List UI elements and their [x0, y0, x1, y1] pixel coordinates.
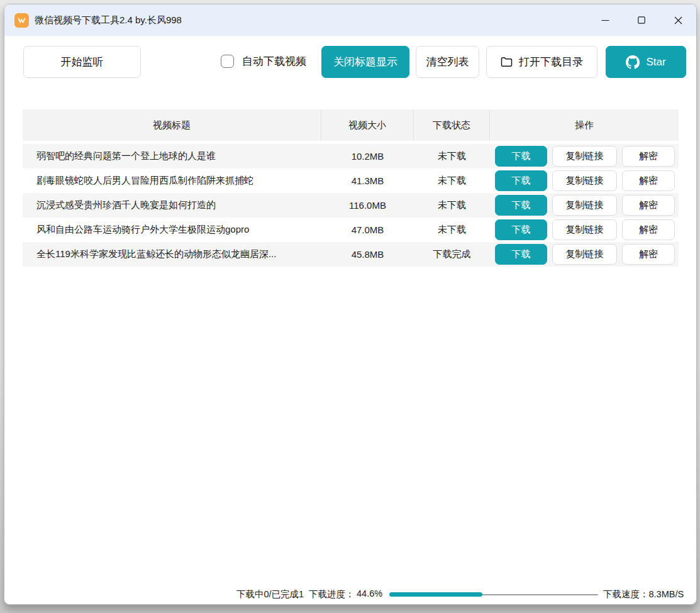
table-header: 视频标题 视频大小 下载状态 操作: [23, 109, 679, 141]
star-label: Star: [646, 56, 665, 69]
header-video-size: 视频大小: [321, 109, 414, 141]
download-status: 下载完成: [414, 248, 490, 260]
video-size: 47.0MB: [321, 224, 414, 235]
close-button[interactable]: [660, 4, 696, 36]
download-status: 未下载: [414, 150, 490, 162]
decrypt-button[interactable]: 解密: [622, 219, 675, 240]
table-row: 沉浸式感受贵州珍酒千人晚宴是如何打造的 116.0MB 未下载 下载 复制链接 …: [23, 193, 679, 218]
progress-label: 下载进度：: [309, 588, 355, 600]
download-button[interactable]: 下载: [495, 146, 547, 167]
video-title: 风和自由公路车运动骑行户外大学生极限运动gopro: [23, 224, 321, 236]
status-bar: 下载中0/已完成1 下载进度： 44.6% 下载速度：8.3MB/S: [4, 585, 696, 603]
video-size: 10.2MB: [321, 151, 414, 162]
download-status: 未下载: [414, 224, 490, 236]
video-size: 116.0MB: [321, 200, 414, 211]
progress-value: 44.6%: [357, 588, 382, 599]
copy-link-button[interactable]: 复制链接: [552, 195, 617, 216]
download-status: 未下载: [414, 175, 490, 187]
auto-download-checkbox[interactable]: [221, 55, 234, 68]
copy-link-button[interactable]: 复制链接: [552, 219, 617, 240]
video-title: 全长119米科学家发现比蓝鲸还长的动物形态似龙幽居深...: [23, 248, 321, 260]
copy-link-button[interactable]: 复制链接: [552, 146, 617, 167]
copy-link-button[interactable]: 复制链接: [552, 244, 617, 265]
clear-list-button[interactable]: 清空列表: [416, 46, 479, 78]
decrypt-button[interactable]: 解密: [622, 170, 675, 191]
download-button[interactable]: 下载: [495, 170, 547, 191]
window-controls: [587, 4, 696, 36]
download-status: 未下载: [414, 199, 490, 211]
wechat-channels-logo-icon: [16, 15, 27, 26]
app-icon: [14, 13, 29, 28]
speed-value: 8.3MB/S: [649, 589, 684, 599]
progress-fill: [389, 592, 482, 597]
progress-bar: [389, 592, 598, 597]
header-actions: 操作: [490, 109, 679, 141]
folder-icon: [501, 57, 513, 67]
speed-label: 下载速度：: [603, 589, 649, 599]
github-icon: [626, 55, 640, 69]
table-row: 风和自由公路车运动骑行户外大学生极限运动gopro 47.0MB 未下载 下载 …: [23, 218, 679, 242]
decrypt-button[interactable]: 解密: [622, 146, 675, 167]
window-title: 微信视频号下载工具2.4 by.长风998: [35, 14, 182, 26]
download-button[interactable]: 下载: [495, 219, 547, 240]
close-title-display-button[interactable]: 关闭标题显示: [321, 46, 409, 78]
download-speed: 下载速度：8.3MB/S: [603, 588, 684, 600]
table-body: 弱智吧的经典问题第一个登上地球的人是谁 10.2MB 未下载 下载 复制链接 解…: [23, 144, 679, 267]
video-table: 视频标题 视频大小 下载状态 操作 弱智吧的经典问题第一个登上地球的人是谁 10…: [23, 109, 679, 267]
open-download-dir-label: 打开下载目录: [519, 55, 583, 69]
close-icon: [674, 16, 682, 25]
app-window: 微信视频号下载工具2.4 by.长风998 开始监听 自动下载视频 关闭标题显示…: [4, 4, 697, 605]
decrypt-button[interactable]: 解密: [622, 195, 675, 216]
video-title: 剧毒眼镜蛇咬人后男人冒险用西瓜制作陷阱来抓捕蛇: [23, 175, 321, 187]
download-counts: 下载中0/已完成1: [236, 588, 304, 600]
download-button[interactable]: 下载: [495, 244, 547, 265]
header-download-status: 下载状态: [414, 109, 490, 141]
video-size: 41.3MB: [321, 175, 414, 186]
video-title: 弱智吧的经典问题第一个登上地球的人是谁: [23, 150, 321, 162]
header-video-title: 视频标题: [23, 109, 321, 141]
video-title: 沉浸式感受贵州珍酒千人晚宴是如何打造的: [23, 199, 321, 211]
decrypt-button[interactable]: 解密: [622, 244, 675, 265]
open-download-dir-button[interactable]: 打开下载目录: [486, 46, 597, 78]
copy-link-button[interactable]: 复制链接: [552, 170, 617, 191]
minimize-icon: [601, 16, 609, 25]
titlebar: 微信视频号下载工具2.4 by.长风998: [4, 4, 696, 36]
table-row: 剧毒眼镜蛇咬人后男人冒险用西瓜制作陷阱来抓捕蛇 41.3MB 未下载 下载 复制…: [23, 168, 679, 193]
auto-download-group: 自动下载视频: [221, 54, 306, 69]
table-row: 弱智吧的经典问题第一个登上地球的人是谁 10.2MB 未下载 下载 复制链接 解…: [23, 144, 679, 168]
video-size: 45.8MB: [321, 249, 414, 260]
download-button[interactable]: 下载: [495, 195, 547, 216]
minimize-button[interactable]: [587, 4, 623, 36]
maximize-icon: [638, 16, 645, 24]
star-button[interactable]: Star: [606, 46, 686, 78]
maximize-button[interactable]: [623, 4, 660, 36]
table-row: 全长119米科学家发现比蓝鲸还长的动物形态似龙幽居深... 45.8MB 下载完…: [23, 242, 679, 267]
auto-download-label: 自动下载视频: [242, 54, 306, 69]
start-listen-button[interactable]: 开始监听: [23, 46, 141, 78]
